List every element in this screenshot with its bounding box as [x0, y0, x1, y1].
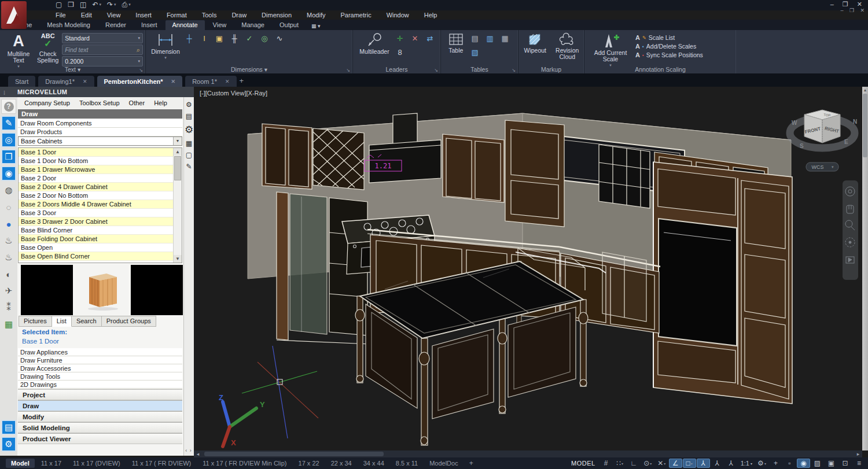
palette-action-row[interactable]: Drawing Tools — [18, 372, 182, 381]
palette-title-bar[interactable]: ⁞ MICROVELLUM — [0, 87, 194, 97]
close-icon[interactable]: ✕ — [83, 79, 87, 84]
palette-menu-item[interactable]: Toolbox Setup — [79, 99, 120, 106]
palette-tool-icon[interactable]: ◌ — [1, 200, 16, 215]
palette-side-icon[interactable]: ⚙ — [184, 101, 194, 109]
palette-tool-icon[interactable]: ◍ — [1, 183, 16, 198]
product-list-item[interactable]: Base Folding Door Cabinet — [19, 235, 174, 243]
menu-item[interactable]: Help — [424, 12, 437, 19]
scrollbar-thumb[interactable] — [204, 452, 384, 456]
status-toggle-icon[interactable]: ∟▾ — [627, 459, 641, 468]
check-spelling-button[interactable]: ABC✓ Check Spelling — [36, 32, 60, 69]
preview-tab[interactable]: Product Groups — [102, 316, 156, 327]
leader-tool-icon[interactable]: 8 — [395, 48, 405, 57]
palette-menu-item[interactable]: Help — [154, 99, 167, 106]
palette-action-row[interactable]: 2D Drawings — [18, 381, 182, 389]
table-tool-icon[interactable]: ▦ — [500, 34, 510, 43]
palette-side-icon[interactable]: ▢ — [184, 151, 194, 159]
leader-tool-icon[interactable]: ✕ — [410, 34, 420, 43]
product-list-item[interactable]: Base 3 Drawer 2 Door Cabinet — [19, 217, 174, 226]
product-list-item[interactable]: Base 2 Door — [19, 174, 174, 183]
product-list-item[interactable]: Base 1 Door No Bottom — [19, 157, 174, 165]
add-current-scale-button[interactable]: Add Current Scale ▾ — [588, 32, 633, 68]
palette-tool-icon[interactable]: ▦ — [1, 317, 16, 332]
scroll-up-icon[interactable]: ▲ — [862, 87, 868, 93]
layout-tab[interactable]: 8.5 x 11 — [391, 459, 423, 468]
palette-tool-icon[interactable]: ◐ — [1, 267, 16, 282]
leader-tool-icon[interactable]: ✛ — [395, 34, 405, 43]
palette-tool-icon[interactable]: ✎ — [1, 116, 16, 131]
palette-section-header[interactable]: Project — [18, 389, 182, 400]
autocad-logo[interactable] — [1, 1, 27, 29]
new-drawing-tab-button[interactable]: + — [240, 76, 244, 85]
dim-tool-icon[interactable]: ∿ — [274, 34, 285, 43]
table-tool-icon[interactable]: ▥ — [485, 34, 495, 43]
layout-tab[interactable]: 17 x 22 — [293, 459, 325, 468]
ribbon-tab[interactable]: Mesh Modeling — [40, 20, 97, 30]
product-list-item[interactable]: Base 2 Door 4 Drawer Cabinet — [19, 183, 174, 191]
layout-tab[interactable]: 11 x 17 ( FR DVIEW Min Clip) — [197, 459, 292, 468]
table-tool-icon[interactable]: ▧ — [470, 48, 480, 57]
annotation-scaling-item[interactable]: A ▪ Sync Scale Positions — [635, 51, 703, 58]
palette-menu-item[interactable]: Company Setup — [24, 99, 70, 106]
model-space-button[interactable]: MODEL — [571, 460, 595, 467]
category-select[interactable]: Base Cabinets ▼ — [18, 136, 182, 146]
tables-panel-launcher[interactable]: ↘ — [512, 68, 516, 73]
status-toggle-icon[interactable]: +▾ — [769, 459, 782, 468]
ribbon-tab[interactable]: View — [206, 20, 234, 30]
leaders-panel-launcher[interactable]: ↘ — [434, 68, 438, 73]
palette-tool-icon[interactable]: ❒ — [1, 149, 16, 164]
quick-access-button[interactable]: ↷▾ — [107, 1, 116, 9]
viewport-horizontal-scrollbar[interactable]: ◂ ▸ — [194, 450, 862, 457]
status-toggle-icon[interactable]: ▫▾ — [783, 459, 796, 468]
layout-tab[interactable]: 11 x 17 — [36, 459, 67, 468]
quick-access-button[interactable]: ❒▾ — [68, 1, 74, 9]
layout-tab[interactable]: 11 x 17 (DVIEW) — [68, 459, 126, 468]
menu-item[interactable]: Format — [167, 12, 187, 19]
palette-action-row[interactable]: Draw Room Components — [18, 119, 182, 128]
preview-image-blank[interactable] — [21, 265, 73, 315]
leader-tool-icon[interactable]: ⇄ — [425, 34, 435, 43]
dimensions-panel-launcher[interactable]: ↘ — [346, 68, 350, 73]
palette-side-icon[interactable]: ⚙ — [184, 124, 194, 136]
table-tool-icon[interactable]: ▤ — [470, 34, 480, 43]
menu-item[interactable]: Draw — [231, 12, 247, 19]
dim-tool-icon[interactable]: ✓ — [244, 34, 255, 43]
product-list-item[interactable]: Base 1 Drawer Microwave — [19, 165, 174, 174]
status-toggle-icon[interactable]: ⊡▾ — [838, 459, 852, 468]
palette-tool-icon[interactable]: ▤ — [1, 420, 16, 435]
navigation-bar[interactable] — [843, 180, 858, 280]
view-cube[interactable]: W S E N TOP FRONT RIGHT — [790, 110, 857, 149]
new-layout-button[interactable]: + — [465, 459, 478, 467]
palette-section-header[interactable]: Modify — [18, 411, 182, 422]
product-list-item[interactable]: Base 2 Door No Bottom — [19, 191, 174, 200]
product-list-item[interactable]: Base Open Blind Corner — [19, 252, 174, 261]
layout-tab[interactable]: 11 x 17 ( FR DVIEW) — [127, 459, 196, 468]
document-window-controls[interactable]: – ❐ ✕ — [840, 8, 867, 13]
ribbon-tab[interactable]: Manage — [234, 20, 271, 30]
status-toggle-icon[interactable]: ▣▾ — [825, 459, 838, 468]
product-list-item[interactable]: Base Open — [19, 243, 174, 252]
product-list-item[interactable]: Base Blind Corner — [19, 226, 174, 235]
palette-tool-icon[interactable]: ✈ — [1, 283, 16, 298]
product-list-scrollbar[interactable]: ▲ ▼ — [173, 148, 182, 263]
menu-item[interactable]: Window — [387, 12, 409, 19]
scroll-down-icon[interactable]: ▼ — [174, 255, 182, 263]
menu-item[interactable]: Tools — [202, 12, 217, 19]
scrollbar-thumb[interactable] — [863, 94, 867, 157]
text-height-select[interactable]: 0.2000▾ — [62, 56, 143, 67]
palette-side-icon[interactable]: ▦ — [184, 139, 194, 147]
dim-tool-icon[interactable]: ◎ — [259, 34, 270, 43]
palette-tool-icon[interactable]: ? — [1, 99, 16, 114]
drawing-tab[interactable]: Drawing1* ✕ — [38, 76, 94, 87]
status-toggle-icon[interactable]: #▾ — [599, 459, 613, 468]
palette-menu-item[interactable]: Other — [129, 99, 145, 106]
dim-tool-icon[interactable]: ┼ — [184, 34, 194, 43]
palette-tool-icon[interactable]: ♨ — [1, 250, 16, 265]
ribbon-tab[interactable]: Output — [273, 20, 306, 30]
palette-action-row[interactable]: Draw Furniture — [18, 356, 182, 364]
status-toggle-icon[interactable]: ⊙▾ — [641, 459, 654, 468]
layout-tab[interactable]: Model — [6, 459, 35, 468]
palette-tool-icon[interactable]: ◉ — [1, 166, 16, 181]
menu-item[interactable]: Edit — [81, 12, 92, 19]
close-icon[interactable]: ✕ — [171, 79, 176, 84]
